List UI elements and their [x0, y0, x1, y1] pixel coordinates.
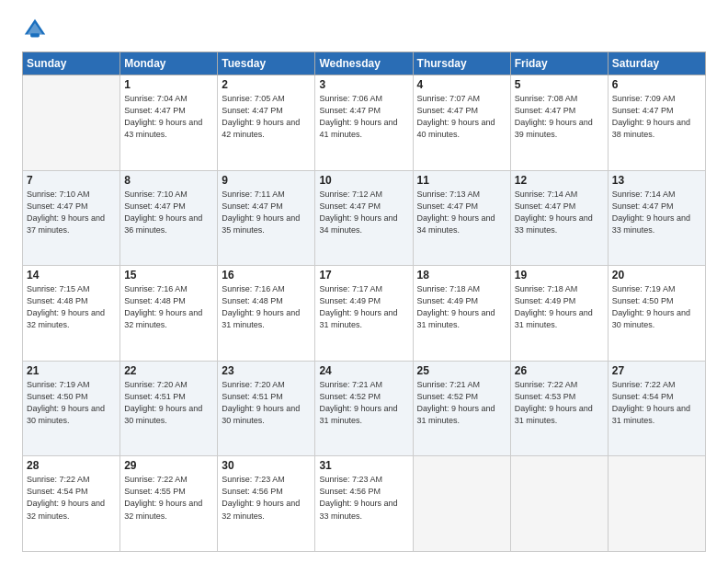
calendar-cell: 27Sunrise: 7:22 AMSunset: 4:54 PMDayligh… [608, 361, 705, 456]
day-info: Sunrise: 7:08 AMSunset: 4:47 PMDaylight:… [515, 93, 604, 141]
day-header-monday: Monday [120, 52, 218, 75]
day-number: 13 [612, 174, 701, 187]
calendar-cell [608, 456, 705, 552]
day-info: Sunrise: 7:17 AMSunset: 4:49 PMDaylight:… [319, 283, 408, 331]
day-number: 15 [124, 269, 213, 282]
day-info: Sunrise: 7:05 AMSunset: 4:47 PMDaylight:… [222, 93, 311, 141]
calendar-cell: 30Sunrise: 7:23 AMSunset: 4:56 PMDayligh… [218, 456, 315, 552]
day-info: Sunrise: 7:13 AMSunset: 4:47 PMDaylight:… [417, 189, 506, 236]
day-number: 9 [222, 174, 311, 187]
day-number: 11 [417, 174, 506, 187]
day-info: Sunrise: 7:22 AMSunset: 4:54 PMDaylight:… [27, 474, 116, 522]
day-number: 28 [27, 459, 116, 472]
day-info: Sunrise: 7:22 AMSunset: 4:55 PMDaylight:… [124, 474, 213, 522]
day-number: 31 [319, 459, 408, 472]
day-number: 22 [124, 364, 213, 377]
week-row-4: 28Sunrise: 7:22 AMSunset: 4:54 PMDayligh… [23, 456, 706, 552]
day-number: 21 [27, 364, 116, 377]
week-row-1: 7Sunrise: 7:10 AMSunset: 4:47 PMDaylight… [23, 170, 706, 266]
day-number: 1 [124, 78, 213, 91]
day-info: Sunrise: 7:19 AMSunset: 4:50 PMDaylight:… [612, 283, 701, 331]
day-info: Sunrise: 7:09 AMSunset: 4:47 PMDaylight:… [612, 93, 701, 141]
day-number: 18 [417, 269, 506, 282]
calendar-cell: 20Sunrise: 7:19 AMSunset: 4:50 PMDayligh… [608, 266, 705, 362]
day-number: 23 [222, 364, 311, 377]
calendar-cell: 1Sunrise: 7:04 AMSunset: 4:47 PMDaylight… [120, 75, 218, 171]
day-number: 17 [319, 269, 408, 282]
day-info: Sunrise: 7:18 AMSunset: 4:49 PMDaylight:… [515, 283, 604, 331]
day-number: 10 [319, 174, 408, 187]
days-header-row: SundayMondayTuesdayWednesdayThursdayFrid… [23, 52, 706, 75]
calendar-cell: 4Sunrise: 7:07 AMSunset: 4:47 PMDaylight… [413, 75, 510, 171]
calendar-cell: 28Sunrise: 7:22 AMSunset: 4:54 PMDayligh… [23, 456, 120, 552]
day-number: 8 [124, 174, 213, 187]
calendar-cell: 16Sunrise: 7:16 AMSunset: 4:48 PMDayligh… [218, 266, 315, 362]
day-info: Sunrise: 7:20 AMSunset: 4:51 PMDaylight:… [222, 379, 311, 427]
calendar-cell: 12Sunrise: 7:14 AMSunset: 4:47 PMDayligh… [510, 170, 608, 266]
calendar: SundayMondayTuesdayWednesdayThursdayFrid… [22, 52, 706, 552]
day-info: Sunrise: 7:18 AMSunset: 4:49 PMDaylight:… [417, 283, 506, 331]
calendar-cell [413, 456, 510, 552]
calendar-cell: 25Sunrise: 7:21 AMSunset: 4:52 PMDayligh… [413, 361, 510, 456]
day-number: 2 [222, 78, 311, 91]
week-row-2: 14Sunrise: 7:15 AMSunset: 4:48 PMDayligh… [23, 266, 706, 362]
day-number: 30 [222, 459, 311, 472]
day-info: Sunrise: 7:10 AMSunset: 4:47 PMDaylight:… [124, 189, 213, 236]
calendar-cell: 31Sunrise: 7:23 AMSunset: 4:56 PMDayligh… [315, 456, 413, 552]
calendar-cell: 15Sunrise: 7:16 AMSunset: 4:48 PMDayligh… [120, 266, 218, 362]
logo-icon [22, 17, 48, 42]
calendar-cell: 7Sunrise: 7:10 AMSunset: 4:47 PMDaylight… [23, 170, 120, 266]
day-info: Sunrise: 7:16 AMSunset: 4:48 PMDaylight:… [124, 283, 213, 331]
day-number: 27 [612, 364, 701, 377]
day-number: 3 [319, 78, 408, 91]
day-info: Sunrise: 7:22 AMSunset: 4:53 PMDaylight:… [515, 379, 604, 427]
day-number: 24 [319, 364, 408, 377]
day-header-tuesday: Tuesday [218, 52, 315, 75]
calendar-cell: 17Sunrise: 7:17 AMSunset: 4:49 PMDayligh… [315, 266, 413, 362]
day-info: Sunrise: 7:15 AMSunset: 4:48 PMDaylight:… [27, 283, 116, 331]
logo [22, 17, 51, 42]
day-info: Sunrise: 7:11 AMSunset: 4:47 PMDaylight:… [222, 189, 311, 236]
day-info: Sunrise: 7:12 AMSunset: 4:47 PMDaylight:… [319, 189, 408, 236]
calendar-cell: 13Sunrise: 7:14 AMSunset: 4:47 PMDayligh… [608, 170, 705, 266]
day-info: Sunrise: 7:14 AMSunset: 4:47 PMDaylight:… [515, 189, 604, 236]
calendar-cell: 10Sunrise: 7:12 AMSunset: 4:47 PMDayligh… [315, 170, 413, 266]
day-header-thursday: Thursday [413, 52, 510, 75]
day-info: Sunrise: 7:21 AMSunset: 4:52 PMDaylight:… [319, 379, 408, 427]
day-number: 19 [515, 269, 604, 282]
day-header-friday: Friday [510, 52, 608, 75]
day-header-sunday: Sunday [23, 52, 120, 75]
calendar-cell: 14Sunrise: 7:15 AMSunset: 4:48 PMDayligh… [23, 266, 120, 362]
calendar-cell: 11Sunrise: 7:13 AMSunset: 4:47 PMDayligh… [413, 170, 510, 266]
day-info: Sunrise: 7:04 AMSunset: 4:47 PMDaylight:… [124, 93, 213, 141]
week-row-0: 1Sunrise: 7:04 AMSunset: 4:47 PMDaylight… [23, 75, 706, 171]
svg-rect-2 [30, 33, 40, 37]
day-info: Sunrise: 7:20 AMSunset: 4:51 PMDaylight:… [124, 379, 213, 427]
day-info: Sunrise: 7:19 AMSunset: 4:50 PMDaylight:… [27, 379, 116, 427]
day-header-saturday: Saturday [608, 52, 705, 75]
day-header-wednesday: Wednesday [315, 52, 413, 75]
day-info: Sunrise: 7:06 AMSunset: 4:47 PMDaylight:… [319, 93, 408, 141]
day-number: 14 [27, 269, 116, 282]
day-info: Sunrise: 7:23 AMSunset: 4:56 PMDaylight:… [222, 474, 311, 522]
calendar-cell: 29Sunrise: 7:22 AMSunset: 4:55 PMDayligh… [120, 456, 218, 552]
day-info: Sunrise: 7:14 AMSunset: 4:47 PMDaylight:… [612, 189, 701, 236]
calendar-cell: 9Sunrise: 7:11 AMSunset: 4:47 PMDaylight… [218, 170, 315, 266]
calendar-cell: 19Sunrise: 7:18 AMSunset: 4:49 PMDayligh… [510, 266, 608, 362]
calendar-cell: 2Sunrise: 7:05 AMSunset: 4:47 PMDaylight… [218, 75, 315, 171]
day-info: Sunrise: 7:07 AMSunset: 4:47 PMDaylight:… [417, 93, 506, 141]
day-number: 25 [417, 364, 506, 377]
day-number: 4 [417, 78, 506, 91]
calendar-cell [510, 456, 608, 552]
day-info: Sunrise: 7:16 AMSunset: 4:48 PMDaylight:… [222, 283, 311, 331]
week-row-3: 21Sunrise: 7:19 AMSunset: 4:50 PMDayligh… [23, 361, 706, 456]
page: SundayMondayTuesdayWednesdayThursdayFrid… [0, 0, 728, 563]
calendar-cell: 8Sunrise: 7:10 AMSunset: 4:47 PMDaylight… [120, 170, 218, 266]
calendar-cell: 24Sunrise: 7:21 AMSunset: 4:52 PMDayligh… [315, 361, 413, 456]
calendar-cell: 26Sunrise: 7:22 AMSunset: 4:53 PMDayligh… [510, 361, 608, 456]
day-number: 12 [515, 174, 604, 187]
day-info: Sunrise: 7:22 AMSunset: 4:54 PMDaylight:… [612, 379, 701, 427]
calendar-cell: 18Sunrise: 7:18 AMSunset: 4:49 PMDayligh… [413, 266, 510, 362]
calendar-cell: 5Sunrise: 7:08 AMSunset: 4:47 PMDaylight… [510, 75, 608, 171]
day-number: 6 [612, 78, 701, 91]
